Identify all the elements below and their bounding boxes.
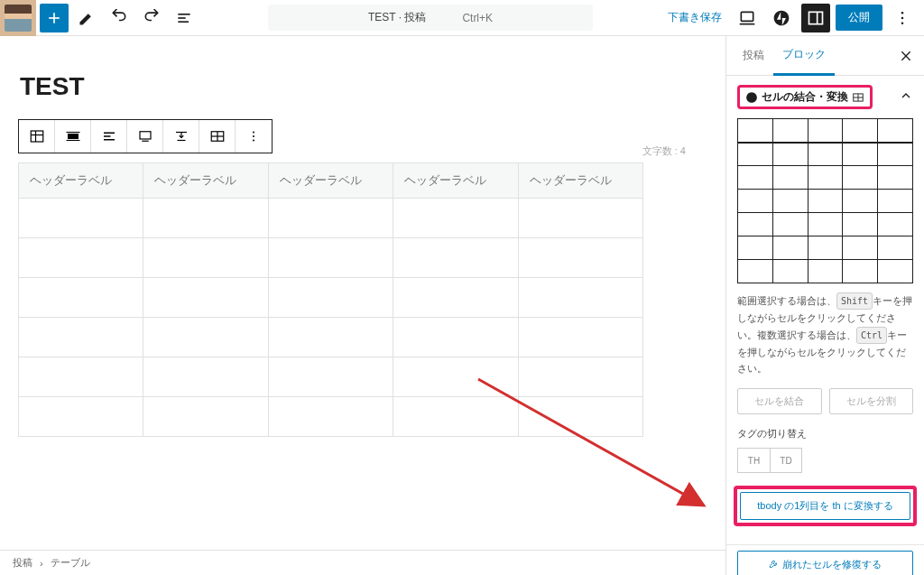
kbd-shift: Shift — [836, 292, 873, 310]
post-title[interactable]: TEST — [20, 72, 707, 101]
svg-point-30 — [253, 135, 254, 137]
justify-button[interactable] — [91, 120, 127, 153]
align-button[interactable] — [55, 120, 91, 153]
svg-rect-7 — [809, 12, 823, 23]
preview-device-button[interactable] — [733, 4, 762, 32]
block-more-button[interactable] — [236, 120, 272, 153]
publish-button[interactable]: 公開 — [836, 5, 882, 31]
table-header[interactable]: ヘッダーラベル — [19, 163, 143, 199]
edit-mode-button[interactable] — [72, 4, 101, 32]
svg-point-10 — [901, 16, 904, 19]
svg-rect-21 — [140, 132, 151, 139]
editor-canvas[interactable]: TEST 文字数 : 4 ヘッダーラベル ヘッダーラベル ヘッダーラベル ヘッダ… — [0, 36, 725, 575]
svg-point-11 — [901, 22, 904, 24]
convert-tbody-th-button[interactable]: tbody の1列目を th に変換する — [740, 492, 910, 520]
breadcrumb-root[interactable]: 投稿 — [13, 556, 32, 570]
tab-block[interactable]: ブロック — [773, 36, 835, 76]
repair-cells-button[interactable]: 崩れたセルを修復する — [737, 551, 913, 575]
command-bar[interactable]: TEST · 投稿 Ctrl+K — [202, 5, 659, 31]
block-type-icon[interactable] — [19, 120, 55, 153]
breadcrumb-current[interactable]: テーブル — [51, 556, 90, 570]
tab-post[interactable]: 投稿 — [734, 37, 773, 74]
top-toolbar: TEST · 投稿 Ctrl+K 下書き保存 公開 — [0, 0, 924, 36]
tag-td-button[interactable]: TD — [770, 448, 802, 473]
svg-rect-15 — [68, 134, 79, 139]
table-header[interactable]: ヘッダーラベル — [143, 163, 268, 199]
content-table[interactable]: ヘッダーラベル ヘッダーラベル ヘッダーラベル ヘッダーラベル ヘッダーラベル — [18, 162, 643, 437]
undo-button[interactable] — [105, 4, 134, 32]
table-header[interactable]: ヘッダーラベル — [518, 163, 642, 199]
table-structure-preview[interactable] — [737, 118, 913, 283]
svg-rect-5 — [741, 12, 753, 21]
block-toolbar — [18, 119, 273, 153]
settings-sidebar: 投稿 ブロック セルの結合・変換 — [725, 36, 924, 575]
list-view-button[interactable] — [170, 4, 199, 32]
highlighted-convert-action: tbody の1列目を th に変換する — [734, 486, 917, 526]
help-text: 範囲選択する場合は、Shiftキーを押しながらセルをクリックしてください。複数選… — [726, 292, 924, 388]
panel-header-cell-merge[interactable]: セルの結合・変換 — [726, 76, 924, 118]
svg-rect-12 — [31, 131, 43, 142]
tag-toggle: TH TD — [726, 448, 924, 486]
split-cells-button[interactable]: セルを分割 — [829, 388, 914, 414]
column-width-button[interactable] — [163, 120, 199, 153]
save-draft-button[interactable]: 下書き保存 — [662, 6, 727, 29]
more-options-button[interactable] — [888, 4, 917, 32]
table-edit-button[interactable] — [199, 120, 236, 153]
table-icon — [852, 91, 864, 104]
jetpack-icon[interactable] — [767, 4, 796, 32]
kbd-ctrl: Ctrl — [856, 327, 887, 344]
avatar[interactable] — [0, 0, 36, 36]
table-header[interactable]: ヘッダーラベル — [268, 163, 393, 199]
merge-cells-button[interactable]: セルを結合 — [737, 388, 822, 414]
table-header[interactable]: ヘッダーラベル — [393, 163, 518, 199]
breadcrumb-sep: › — [40, 558, 43, 569]
chevron-up-icon — [899, 88, 913, 106]
svg-point-31 — [253, 140, 254, 142]
panel-title: セルの結合・変換 — [762, 89, 848, 105]
tag-toggle-label: タグの切り替え — [726, 427, 924, 448]
tag-th-button[interactable]: TH — [737, 448, 770, 473]
close-sidebar-button[interactable] — [895, 45, 917, 67]
svg-point-29 — [253, 132, 254, 134]
svg-point-9 — [901, 11, 904, 13]
breadcrumb: 投稿 › テーブル — [0, 550, 725, 575]
caption-button[interactable] — [127, 120, 163, 153]
add-block-button[interactable] — [40, 4, 69, 32]
document-title: TEST · 投稿 — [368, 10, 426, 25]
shortcut-hint: Ctrl+K — [462, 12, 493, 24]
wrench-icon — [769, 559, 779, 569]
char-count: 文字数 : 4 — [642, 144, 686, 158]
redo-button[interactable] — [137, 4, 166, 32]
plugin-icon — [745, 91, 758, 104]
settings-panel-toggle[interactable] — [801, 4, 830, 32]
